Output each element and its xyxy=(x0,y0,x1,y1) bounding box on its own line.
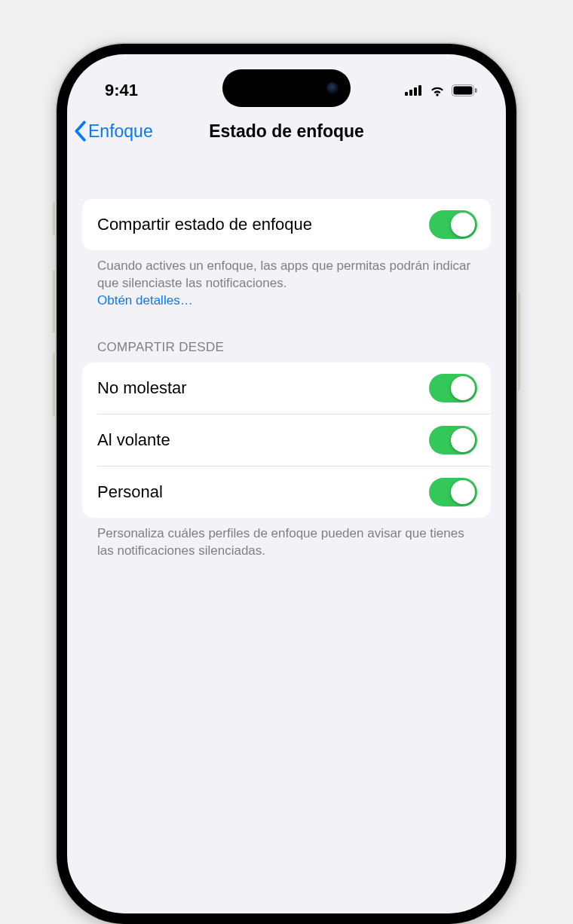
nav-bar: Enfoque Estado de enfoque xyxy=(67,109,506,154)
battery-icon xyxy=(452,84,477,96)
share-from-group: No molestar Al volante Personal xyxy=(82,363,491,518)
share-footer-text: Cuando actives un enfoque, las apps que … xyxy=(97,259,470,290)
share-focus-row[interactable]: Compartir estado de enfoque xyxy=(82,199,491,250)
share-from-header: COMPARTIR DESDE xyxy=(82,310,491,363)
back-label: Enfoque xyxy=(88,121,153,142)
share-from-label: No molestar xyxy=(97,378,187,398)
share-from-label: Al volante xyxy=(97,430,170,450)
chevron-left-icon xyxy=(73,121,87,142)
share-from-label: Personal xyxy=(97,482,163,502)
front-camera-icon xyxy=(326,82,339,94)
svg-rect-6 xyxy=(475,88,477,93)
content: Compartir estado de enfoque Cuando activ… xyxy=(67,154,506,560)
share-focus-toggle[interactable] xyxy=(429,210,477,239)
phone-frame: 9:41 xyxy=(57,44,516,924)
share-from-footer: Personaliza cuáles perfiles de enfoque p… xyxy=(82,518,491,560)
volume-down-button xyxy=(53,353,57,416)
svg-rect-1 xyxy=(409,90,412,96)
share-focus-group: Compartir estado de enfoque xyxy=(82,199,491,250)
back-button[interactable]: Enfoque xyxy=(73,121,153,142)
cellular-icon xyxy=(405,85,423,96)
share-from-row-dnd[interactable]: No molestar xyxy=(82,363,491,414)
learn-more-link[interactable]: Obtén detalles… xyxy=(97,293,193,307)
status-right xyxy=(405,84,477,96)
screen: 9:41 xyxy=(67,54,506,913)
svg-rect-2 xyxy=(414,87,417,96)
wifi-icon xyxy=(429,84,446,96)
volume-up-button xyxy=(53,270,57,333)
status-time: 9:41 xyxy=(105,81,138,100)
share-focus-footer: Cuando actives un enfoque, las apps que … xyxy=(82,250,491,310)
toggle-personal[interactable] xyxy=(429,478,477,506)
mute-switch xyxy=(53,202,57,235)
dynamic-island xyxy=(222,69,351,107)
svg-rect-3 xyxy=(418,85,421,96)
toggle-dnd[interactable] xyxy=(429,374,477,402)
share-from-row-personal[interactable]: Personal xyxy=(82,467,491,518)
share-focus-label: Compartir estado de enfoque xyxy=(97,215,312,234)
toggle-driving[interactable] xyxy=(429,426,477,454)
svg-rect-5 xyxy=(454,87,473,95)
power-button xyxy=(516,292,520,390)
svg-rect-0 xyxy=(405,92,408,96)
share-from-row-driving[interactable]: Al volante xyxy=(82,415,491,466)
